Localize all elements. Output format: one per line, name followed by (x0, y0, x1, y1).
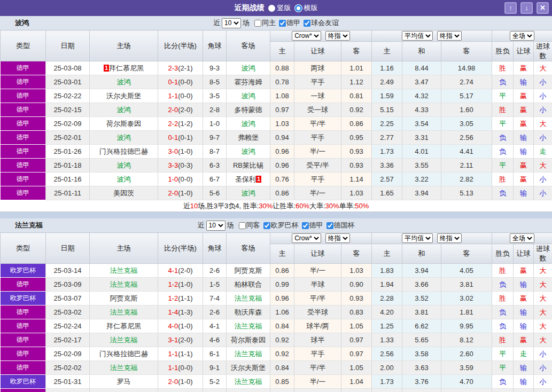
avg-stage-select[interactable]: 终指 (437, 31, 462, 41)
col-header-score: 比分(半场) (158, 233, 203, 264)
cell-corner: 2-6 (203, 264, 227, 278)
cell-goals: 走 (534, 145, 552, 159)
col-header-odds-away: 客 (341, 244, 372, 264)
cell-avg-away: 3.02 (441, 292, 492, 305)
cell-score: 4-0(1-0) (158, 319, 203, 333)
cell-corner: 5-6 (203, 186, 227, 200)
cell-odds-home: 0.86 (270, 186, 294, 200)
cell-home-team: 波鸿 (90, 173, 158, 186)
cell-goals: 大 (534, 159, 552, 173)
cell-result: 胜 (492, 292, 514, 305)
cell-score: 2-2(0-1) (158, 389, 203, 392)
odds-stage-select[interactable]: 终指 (325, 233, 350, 243)
col-header-odds-handicap: 让球 (294, 42, 341, 61)
summary-segment: 50% (355, 202, 369, 210)
average-select[interactable]: 平均值 (402, 31, 433, 41)
average-select[interactable]: 平均值 (402, 233, 433, 243)
move-down-button[interactable]: ↓ (520, 2, 533, 14)
checkbox-球会友谊[interactable] (304, 20, 310, 27)
col-header-home: 主场 (90, 30, 158, 61)
layout-radio-vertical[interactable]: 竖版 (268, 3, 291, 13)
fullmatch-select[interactable]: 全场 (510, 31, 534, 41)
cell-odds-handicap: 两球 (294, 61, 341, 75)
league-badge: 德甲 (1, 159, 46, 173)
bookmaker-select[interactable]: Crow* (292, 31, 321, 41)
fulltime-score: 3-1 (168, 336, 178, 344)
cell-avg-draw: 3.55 (402, 159, 441, 173)
cell-odds-away: 0.97 (341, 347, 372, 361)
move-up-button[interactable]: ↑ (504, 2, 517, 14)
checkbox-德甲[interactable] (279, 20, 286, 27)
table-row: 德甲25-01-16波鸿1-0(0-0)6-7圣保利10.76平手1.142.5… (1, 173, 552, 186)
cell-odds-away: 1.03 (341, 264, 372, 278)
cell-odds-away: 1.14 (341, 173, 372, 186)
league-badge: 德甲 (1, 333, 46, 347)
col-header-odds-home: 主 (270, 42, 294, 61)
col-header-result: 胜负 (492, 244, 514, 264)
cell-result: 负 (492, 145, 514, 159)
fulltime-score: 1-1 (168, 364, 178, 372)
cell-result: 负 (492, 186, 514, 200)
cell-avg-home: 1.16 (372, 61, 402, 75)
cell-corner: 7-4 (203, 292, 227, 305)
cell-date: 25-01-26 (46, 389, 90, 392)
col-header-avg-home: 主 (372, 42, 402, 61)
filter-checkboxes: 同主德甲球会友谊 (251, 18, 339, 28)
section-divider (0, 212, 552, 218)
cell-result: 胜 (492, 333, 514, 347)
away-team-name: 波鸿 (242, 64, 255, 72)
cell-odds-home: 0.94 (270, 131, 294, 145)
odds-stage-select[interactable]: 终指 (325, 31, 350, 41)
bookmaker-select[interactable]: Crow* (292, 233, 321, 243)
cell-avg-draw: 3.58 (402, 347, 441, 361)
cell-avg-away: 2.10 (441, 389, 492, 392)
cell-corner: 8-7 (203, 145, 227, 159)
away-team-name: 波鸿 (242, 147, 255, 155)
away-team-name: 法兰克福 (235, 294, 262, 302)
avg-stage-select[interactable]: 终指 (437, 233, 462, 243)
fullmatch-select[interactable]: 全场 (510, 233, 534, 243)
cell-home-team: 波鸿 (90, 75, 158, 89)
table-row: 德甲25-02-01波鸿0-1(0-1)9-7弗赖堡0.94平手0.952.77… (1, 131, 552, 145)
recent-count-select[interactable]: 10 (206, 221, 226, 231)
fulltime-score: 1-1 (168, 350, 178, 358)
cell-away-team: 多特蒙德 (227, 103, 270, 117)
cell-date: 25-03-14 (46, 264, 90, 278)
cell-away-team: 法兰克福 (227, 292, 270, 305)
cell-away-team: 沃尔夫斯堡 (227, 361, 270, 375)
recent-count-select[interactable]: 10 (222, 18, 241, 28)
cell-odds-away: 0.86 (341, 389, 372, 392)
cell-avg-away: 2.11 (441, 159, 492, 173)
home-team-name: 波鸿 (117, 175, 131, 183)
radio-checked-icon[interactable] (295, 5, 302, 12)
col-header-date: 日期 (46, 233, 90, 264)
home-team-name: 波鸿 (117, 106, 131, 114)
cell-avg-draw: 3.47 (402, 75, 441, 89)
col-header-score: 比分(半场) (158, 30, 203, 61)
cell-goals: 小 (534, 347, 552, 361)
table-row: 德甲25-02-09门兴格拉德巴赫1-1(1-1)6-1法兰克福0.92平手0.… (1, 347, 552, 361)
cell-corner: 9-3 (203, 389, 227, 392)
cell-odds-away: 0.95 (341, 131, 372, 145)
radio-unchecked-icon[interactable] (268, 5, 275, 12)
close-button[interactable]: ✕ (537, 2, 549, 14)
cell-odds-handicap: 半/一 (294, 264, 341, 278)
radio-horizontal-label: 横版 (304, 3, 318, 13)
cell-score: 2-0(2-0) (158, 103, 203, 117)
checkbox-同主[interactable] (254, 20, 261, 27)
checkbox-德甲[interactable] (302, 222, 309, 229)
cell-odds-home: 0.92 (270, 347, 294, 361)
checkbox-欧罗巴杯[interactable] (263, 222, 270, 229)
cell-avg-draw: 5.65 (402, 333, 441, 347)
layout-radio-horizontal[interactable]: 横版 (295, 3, 318, 13)
cell-handicap-result: 输 (514, 319, 534, 333)
cell-avg-away: 5.13 (441, 186, 492, 200)
cell-goals: 小 (534, 103, 552, 117)
cell-avg-away: 2.56 (441, 131, 492, 145)
cell-home-team: 门兴格拉德巴赫 (90, 347, 158, 361)
cell-avg-away: 1.60 (441, 103, 492, 117)
fulltime-score: 2-2 (168, 120, 178, 128)
checkbox-同客[interactable] (239, 222, 246, 229)
checkbox-德国杯[interactable] (326, 222, 333, 229)
cell-corner: 8-5 (203, 75, 227, 89)
